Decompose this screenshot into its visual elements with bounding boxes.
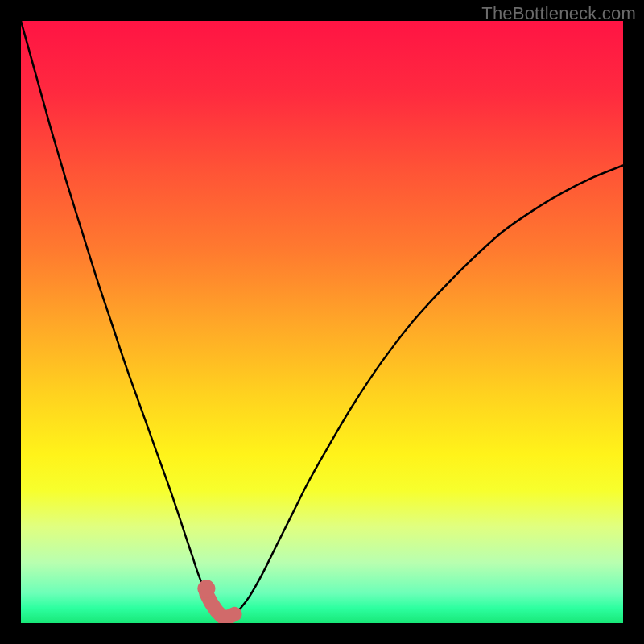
highlight-marker <box>197 580 234 617</box>
watermark-text: TheBottleneck.com <box>481 3 636 24</box>
chart-curve-layer <box>21 21 623 623</box>
bottleneck-curve <box>21 21 623 617</box>
svg-point-1 <box>197 580 215 597</box>
chart-frame: TheBottleneck.com <box>0 0 644 644</box>
chart-plot-area <box>21 21 623 623</box>
